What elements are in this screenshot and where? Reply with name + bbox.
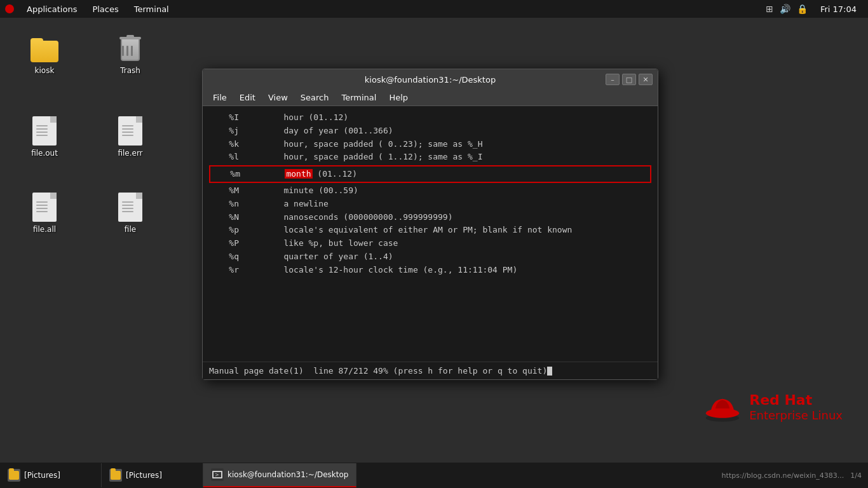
maximize-button[interactable]: □ — [622, 74, 636, 85]
term-line-7: %n a newline — [209, 198, 651, 211]
redhat-dot-icon — [5, 4, 14, 13]
redhat-name: Red Hat — [749, 392, 843, 409]
redhat-text: Red Hat Enterprise Linux — [749, 392, 843, 423]
file-all-icon — [29, 192, 60, 222]
lock-icon: 🔒 — [797, 4, 808, 14]
desktop-icon-file-err[interactable]: file.err — [105, 113, 156, 160]
desktop-icon-file[interactable]: file — [105, 189, 156, 236]
applications-menu[interactable]: Applications — [20, 3, 83, 15]
taskbar-pictures2-label: [Pictures] — [126, 471, 162, 480]
term-search-menu[interactable]: Search — [295, 92, 334, 104]
terminal-title: kiosk@foundation31:~/Desktop — [365, 75, 496, 85]
status-text: Manual page date(1) line 87/212 49% (pre… — [209, 366, 547, 376]
term-edit-menu[interactable]: Edit — [234, 92, 261, 104]
terminal-icon-small — [212, 471, 222, 478]
desktop-icon-kiosk[interactable]: kiosk — [19, 30, 70, 78]
term-line-3: %k hour, space padded ( 0..23); same as … — [209, 138, 651, 151]
term-line-9: %p locale's equivalent of either AM or P… — [209, 224, 651, 237]
clock: Fri 17:04 — [814, 3, 863, 15]
terminal-window: kiosk@foundation31:~/Desktop – □ ✕ File … — [202, 69, 658, 380]
redhat-logo: Red Hat Enterprise Linux — [703, 390, 843, 424]
redhat-hat-icon — [703, 390, 742, 424]
terminal-menubar: File Edit View Search Terminal Help — [203, 90, 658, 106]
terminal-menu[interactable]: Terminal — [128, 3, 175, 15]
term-terminal-menu[interactable]: Terminal — [336, 92, 381, 104]
taskbar-item-terminal[interactable]: kiosk@foundation31:~/Desktop — [203, 463, 356, 487]
file-label: file — [125, 225, 136, 234]
taskbar-url: https://blog.csdn.ne/weixin_4383... — [722, 471, 851, 480]
cursor-block — [547, 367, 552, 376]
term-help-menu[interactable]: Help — [384, 92, 413, 104]
trash-icon — [115, 33, 146, 64]
highlight-month: month — [285, 169, 312, 179]
taskbar-terminal-label: kiosk@foundation31:~/Desktop — [227, 470, 348, 479]
places-menu[interactable]: Places — [86, 3, 125, 15]
desktop-icon-file-all[interactable]: file.all — [19, 189, 70, 236]
term-line-5-highlighted: %m month (01..12) — [209, 165, 651, 183]
term-view-menu[interactable]: View — [263, 92, 293, 104]
desktop-icon-file-out[interactable]: file.out — [19, 113, 70, 160]
display-icon: ⊞ — [766, 4, 773, 14]
taskbar-item-pictures1[interactable]: [Pictures] — [0, 463, 102, 487]
folder-icon-small-2 — [111, 471, 121, 480]
term-line-8: %N nanoseconds (000000000..999999999) — [209, 211, 651, 224]
top-menubar: Applications Places Terminal ⊞ 🔊 🔒 Fri 1… — [0, 0, 868, 18]
terminal-content[interactable]: %I hour (01..12) %j day of year (001..36… — [203, 106, 658, 362]
term-line-1: %I hour (01..12) — [209, 111, 651, 125]
kiosk-label: kiosk — [35, 66, 55, 75]
term-line-10: %P like %p, but lower case — [209, 237, 651, 250]
taskbar-folder-icon-1 — [8, 469, 20, 482]
folder-icon-small-1 — [9, 471, 19, 480]
term-line-2: %j day of year (001..366) — [209, 125, 651, 138]
folder-icon-kiosk — [29, 33, 60, 64]
term-line-5: %m month (01..12) — [210, 169, 357, 179]
volume-icon: 🔊 — [780, 4, 790, 14]
terminal-titlebar: kiosk@foundation31:~/Desktop – □ ✕ — [203, 69, 658, 90]
file-icon — [115, 192, 146, 222]
desktop-icon-trash[interactable]: Trash — [105, 30, 156, 78]
close-button[interactable]: ✕ — [639, 74, 653, 85]
term-line-12: %r locale's 12-hour clock time (e.g., 11… — [209, 264, 651, 277]
file-all-label: file.all — [33, 225, 56, 234]
taskbar-terminal-icon — [211, 468, 224, 481]
menu-left: Applications Places Terminal — [5, 3, 175, 15]
redhat-product: Enterprise Linux — [749, 409, 843, 423]
term-line-11: %q quarter of year (1..4) — [209, 250, 651, 264]
trash-label: Trash — [120, 66, 140, 75]
term-file-menu[interactable]: File — [208, 92, 232, 104]
minimize-button[interactable]: – — [606, 74, 620, 85]
terminal-statusbar: Manual page date(1) line 87/212 49% (pre… — [203, 362, 658, 379]
taskbar: [Pictures] [Pictures] kiosk@foundation31… — [0, 463, 868, 488]
taskbar-folder-icon-2 — [109, 469, 122, 482]
terminal-scroll[interactable]: %I hour (01..12) %j day of year (001..36… — [203, 106, 658, 362]
file-err-label: file.err — [118, 149, 142, 158]
file-out-label: file.out — [31, 149, 58, 158]
taskbar-item-pictures2[interactable]: [Pictures] — [102, 463, 203, 487]
menu-right: ⊞ 🔊 🔒 Fri 17:04 — [766, 3, 863, 15]
term-line-4: %l hour, space padded ( 1..12); same as … — [209, 151, 651, 164]
file-err-icon — [115, 116, 146, 146]
window-controls: – □ ✕ — [606, 74, 653, 85]
desktop: kiosk Trash — [0, 18, 868, 463]
term-line-6: %M minute (00..59) — [209, 184, 651, 198]
taskbar-pictures1-label: [Pictures] — [24, 471, 60, 480]
file-out-icon — [29, 116, 60, 146]
taskbar-pager: 1/4 — [850, 471, 868, 480]
